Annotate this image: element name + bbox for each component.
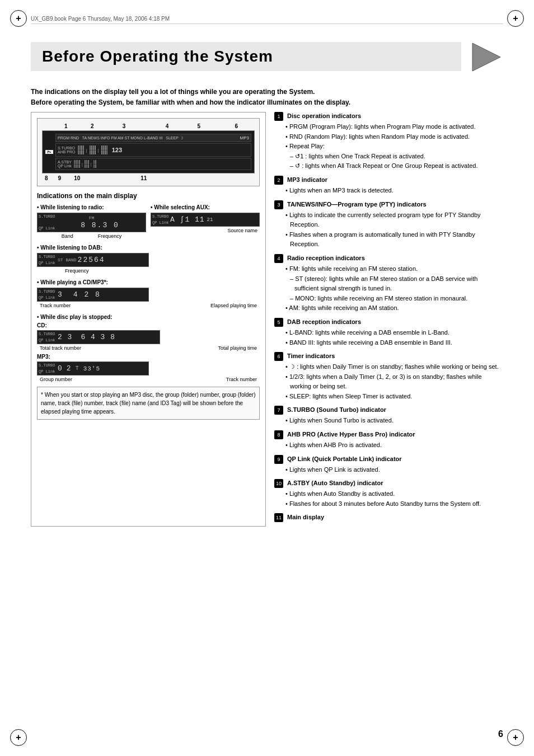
ind-title: Main display bbox=[287, 514, 324, 520]
cd-stopped-labels: Total track number Total playing time bbox=[37, 345, 260, 354]
mp3-group: 0 bbox=[58, 364, 62, 373]
while-cdmp3-label: • While playing a CD/MP3*: bbox=[37, 279, 260, 285]
bullet-text: • Lights when QP Link is activated. bbox=[285, 465, 503, 475]
intro-text: The indications on the display tell you … bbox=[31, 87, 503, 108]
diag-num-1: 1 bbox=[64, 123, 68, 129]
bullet-text: • Lights when AHB Pro is activated. bbox=[285, 440, 503, 450]
svg-marker-0 bbox=[472, 43, 500, 71]
indicator-8: 8 AHB PRO (Active Hyper Bass Pro) indica… bbox=[274, 430, 503, 450]
diag-num-9: 9 bbox=[58, 175, 62, 181]
mp3-label-sturbo: S.TURBO bbox=[39, 363, 55, 368]
radio-sublabels: Band Frequency bbox=[37, 233, 146, 239]
ind-title: DAB reception indicators bbox=[287, 318, 361, 325]
ind-body: • Lights to indicate the currently selec… bbox=[274, 210, 503, 250]
corner-mark-tl bbox=[10, 10, 27, 27]
while-stopped-label: • While disc play is stopped: bbox=[37, 314, 260, 320]
bullet-text: – ↺1 : lights when One Track Repeat is a… bbox=[285, 152, 503, 162]
radio-label-fm: FM bbox=[41, 215, 142, 220]
diag-row1-labels: PRGM RND TA NEWS INFO FM AM ST MONO L-BA… bbox=[58, 136, 183, 140]
right-panel: 1 Disc operation indicators • PRGM (Prog… bbox=[274, 112, 503, 527]
bullet-text: • 1/2/3: lights when a Daily Timer (1, 2… bbox=[285, 372, 503, 392]
indications-title: Indications on the main display bbox=[37, 192, 260, 200]
dab-st: ST BAND bbox=[58, 257, 77, 262]
ind-title: Radio reception indicators bbox=[287, 255, 365, 261]
ind-body: • Lights when an MP3 track is detected. bbox=[274, 186, 503, 196]
aux-label-sturbo: S.TURBO bbox=[152, 214, 168, 219]
ind-body: • Lights when Sound Turbo is activated. bbox=[274, 416, 503, 426]
track-num-label: Track number bbox=[40, 303, 71, 308]
diag-num-4: 4 bbox=[166, 123, 169, 129]
cdmp3-labels: Track number Elapsed playing time bbox=[37, 303, 260, 308]
cd-label-qplink: QP Link bbox=[39, 338, 55, 342]
mp3-time: 33'5 bbox=[83, 365, 100, 372]
indicator-11: 11 Main display bbox=[274, 513, 503, 522]
indicator-3: 3 TA/NEWS/INFO—Program type (PTY) indica… bbox=[274, 200, 503, 250]
group-num-label: Group number bbox=[40, 377, 72, 382]
total-playing-label: Total playing time bbox=[218, 345, 257, 351]
bullet-text: • AM: lights while receiving an AM stati… bbox=[285, 303, 503, 313]
dab-label-qplink: QP Link bbox=[39, 261, 55, 265]
dab-label-sturbo: S.TURBO bbox=[39, 255, 55, 259]
ind-body: • Lights when AHB Pro is activated. bbox=[274, 440, 503, 450]
while-dab-label: • While listening to DAB: bbox=[37, 245, 260, 251]
indicator-1: 1 Disc operation indicators • PRGM (Prog… bbox=[274, 112, 503, 171]
bullet-text: • Repeat Play: bbox=[285, 142, 503, 152]
diag-num-10: 10 bbox=[74, 175, 80, 181]
ind-title: AHB PRO (Active Hyper Bass Pro) indicato… bbox=[287, 431, 415, 438]
bullet-text: – ST (stereo): lights while an FM stereo… bbox=[285, 274, 503, 294]
diag-corner-num: 123 bbox=[112, 147, 122, 153]
mp3-label: MP3: bbox=[37, 354, 260, 360]
ind-title: S.TURBO (Sound Turbo) indicator bbox=[287, 406, 386, 413]
display-diagram: 1 2 3 4 5 6 7 PRGM RND TA NEWS INFO FM A… bbox=[37, 118, 260, 186]
radio-label-sturbo: S.TURBO bbox=[39, 214, 55, 219]
cd-label-sturbo: S.TURBO bbox=[39, 332, 55, 336]
diag-num-11: 11 bbox=[140, 175, 147, 181]
bullet-text: • Lights when Auto Standby is activated. bbox=[285, 489, 503, 499]
total-track-label: Total track number bbox=[40, 345, 81, 351]
diag-astby: A.STBYQP Link bbox=[58, 160, 72, 168]
aux-display: A ∫1 11 21 bbox=[154, 215, 256, 224]
content-area: 1 2 3 4 5 6 7 PRGM RND TA NEWS INFO FM A… bbox=[31, 112, 503, 527]
header-bar: UX_GB9.book Page 6 Thursday, May 18, 200… bbox=[31, 16, 503, 24]
cd-label: CD: bbox=[37, 322, 260, 328]
ind-body: • Lights when Auto Standby is activated.… bbox=[274, 489, 503, 509]
aux-section: • While selecting AUX: S.TURBO QP Link A… bbox=[151, 204, 260, 239]
ind-body: • FM: lights while receiving an FM stere… bbox=[274, 264, 503, 313]
dab-freq-label: Frequency bbox=[37, 268, 260, 274]
ind-num-badge: 9 bbox=[274, 455, 283, 464]
total-track: 2 3 bbox=[58, 333, 72, 341]
diag-num-2: 2 bbox=[91, 123, 94, 129]
stopped-section: • While disc play is stopped: CD: S.TURB… bbox=[37, 314, 260, 382]
ind-body: • L-BAND: lights while receiving a DAB e… bbox=[274, 328, 503, 348]
corner-mark-bl bbox=[10, 729, 27, 746]
bullet-text: • SLEEP: lights when Sleep Timer is acti… bbox=[285, 392, 503, 402]
mp3-track-num: 2 bbox=[67, 364, 71, 373]
ind-num-badge: 7 bbox=[274, 406, 283, 415]
ind-num-badge: 11 bbox=[274, 513, 283, 522]
cdmp3-section: • While playing a CD/MP3*: S.TURBO QP Li… bbox=[37, 279, 260, 308]
cdmp3-label-qplink: QP Link bbox=[39, 295, 55, 300]
cdmp3-label-sturbo: S.TURBO bbox=[39, 289, 55, 294]
mp3-t: T bbox=[76, 365, 79, 372]
ind-body: • PRGM (Program Play): lights when Progr… bbox=[274, 122, 503, 171]
diag-num-8: 8 bbox=[45, 175, 48, 181]
ind-num-badge: 1 bbox=[274, 112, 283, 121]
ind-num-badge: 6 bbox=[274, 352, 283, 361]
indicators-container: 1 Disc operation indicators • PRGM (Prog… bbox=[274, 112, 503, 522]
indicator-2: 2 MP3 indicator • Lights when an MP3 tra… bbox=[274, 176, 503, 196]
total-time: 6 4 3 8 bbox=[81, 333, 115, 341]
bullet-text: • Flashes for about 3 minutes before Aut… bbox=[285, 499, 503, 509]
ind-num-badge: 2 bbox=[274, 176, 283, 185]
ind-title: MP3 indicator bbox=[287, 176, 327, 183]
diag-num-6: 6 bbox=[235, 123, 238, 129]
bullet-text: – MONO: lights while receiving an FM ste… bbox=[285, 294, 503, 304]
mp3-labels: Group number Track number bbox=[37, 377, 260, 382]
indicator-4: 4 Radio reception indicators • FM: light… bbox=[274, 254, 503, 313]
bullet-text: • ☽ : lights when Daily Timer is on stan… bbox=[285, 362, 503, 372]
triangle-decoration bbox=[470, 40, 503, 74]
ind-title: QP Link (Quick Portable Link) indicator bbox=[287, 456, 402, 462]
indications-section: Indications on the main display • While … bbox=[37, 192, 260, 420]
while-radio-label: • While listening to radio: bbox=[37, 204, 146, 210]
left-panel: 1 2 3 4 5 6 7 PRGM RND TA NEWS INFO FM A… bbox=[31, 112, 266, 527]
page-number: 6 bbox=[498, 729, 503, 739]
